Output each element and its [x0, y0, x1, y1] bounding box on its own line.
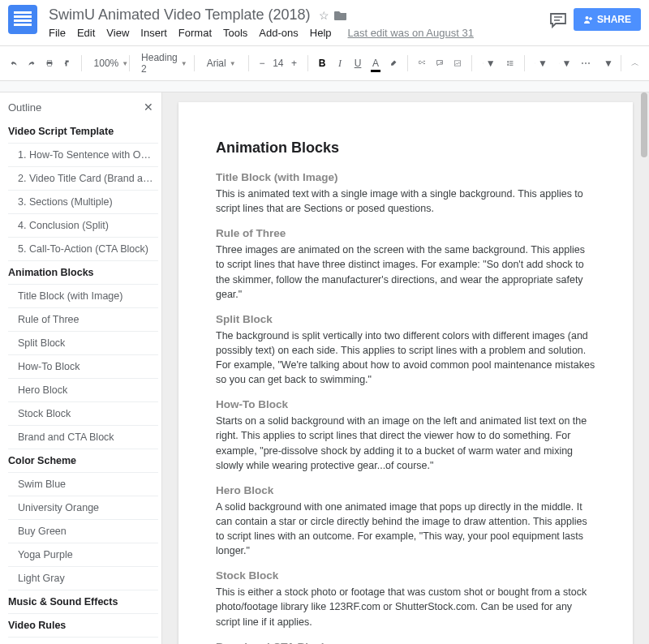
- section-heading: Stock Block: [216, 569, 595, 582]
- font-size-decrease[interactable]: −: [255, 54, 269, 72]
- toolbar: 100%▼ Heading 2▼ Arial▼ − 14 + B I U A ▼…: [0, 45, 649, 81]
- outline-item[interactable]: 2. Video Title Card (Brand and Ti...: [8, 167, 158, 191]
- section-heading: Brand and CTA Block: [216, 641, 595, 644]
- outline-panel: Outline ✕ Video Script Template1. How-To…: [0, 92, 162, 644]
- outline-item[interactable]: Brand and CTA Block: [8, 426, 158, 449]
- document-canvas[interactable]: Animation Blocks Title Block (with Image…: [162, 92, 649, 644]
- page-title: Animation Blocks: [216, 140, 595, 157]
- outline-item[interactable]: Video Script Template: [8, 120, 158, 144]
- outline-item[interactable]: Yoga Purple: [8, 543, 158, 567]
- share-button[interactable]: SHARE: [574, 8, 641, 31]
- folder-icon[interactable]: [334, 10, 347, 21]
- outline-item[interactable]: 5. Call-To-Action (CTA Block): [8, 238, 158, 261]
- italic-button[interactable]: I: [333, 54, 347, 73]
- menu-tools[interactable]: Tools: [223, 27, 247, 39]
- text-color-button[interactable]: A: [368, 54, 383, 72]
- outline-item[interactable]: Rule of Three: [8, 308, 158, 332]
- outline-title: Outline: [8, 101, 41, 114]
- menu-file[interactable]: File: [49, 27, 66, 39]
- menu-addons[interactable]: Add-ons: [259, 27, 298, 39]
- insert-link-button[interactable]: [415, 56, 430, 71]
- outline-item[interactable]: 1. How-To Sentence with Outco...: [8, 144, 158, 167]
- section-heading: How-To Block: [216, 398, 595, 410]
- line-spacing-button[interactable]: [503, 55, 518, 71]
- outline-item[interactable]: How-To Block: [8, 355, 158, 379]
- share-label: SHARE: [597, 14, 631, 25]
- font-size-input[interactable]: 14: [273, 58, 283, 69]
- underline-button[interactable]: U: [350, 54, 365, 72]
- outline-item[interactable]: Music & Sound Effects: [8, 590, 158, 614]
- outline-item[interactable]: Light Gray: [8, 567, 158, 590]
- menu-help[interactable]: Help: [310, 27, 332, 39]
- bold-button[interactable]: B: [315, 54, 329, 72]
- print-button[interactable]: [42, 54, 57, 72]
- menu-insert[interactable]: Insert: [140, 27, 167, 39]
- outline-item[interactable]: Color Scheme: [8, 449, 158, 473]
- insert-comment-button[interactable]: [432, 54, 447, 72]
- section-paragraph: The background is split vertically into …: [216, 328, 595, 388]
- menu-view[interactable]: View: [106, 27, 129, 39]
- undo-button[interactable]: [6, 55, 21, 71]
- outline-item[interactable]: 3. Sections (Multiple): [8, 191, 158, 214]
- collapse-toolbar-button[interactable]: ︿: [628, 54, 643, 72]
- bulleted-list-button[interactable]: ▼: [555, 54, 576, 72]
- section-heading: Split Block: [216, 313, 595, 325]
- docs-app-icon[interactable]: [8, 5, 37, 34]
- menu-edit[interactable]: Edit: [77, 27, 95, 39]
- section-paragraph: Three images are animated on the screen …: [216, 243, 595, 302]
- numbered-list-button[interactable]: 12▼: [531, 54, 552, 72]
- outline-item[interactable]: Animation Blocks: [8, 261, 158, 285]
- section-heading: Hero Block: [216, 484, 595, 496]
- outline-item[interactable]: Swim Blue: [8, 473, 158, 496]
- section-paragraph: This is either a stock photo or footage …: [216, 585, 595, 629]
- vertical-scrollbar[interactable]: [641, 92, 647, 644]
- font-select[interactable]: Arial▼: [201, 55, 242, 71]
- document-page[interactable]: Animation Blocks Title Block (with Image…: [178, 102, 633, 644]
- section-paragraph: Starts on a solid background with an ima…: [216, 414, 595, 473]
- redo-button[interactable]: [24, 55, 39, 71]
- zoom-select[interactable]: 100%▼: [88, 55, 122, 71]
- more-tools-button[interactable]: ⋯: [578, 54, 593, 72]
- outline-item[interactable]: 4. Conclusion (Split): [8, 214, 158, 238]
- outline-item[interactable]: Title Block (with Image): [8, 285, 158, 308]
- document-title[interactable]: SwimU Animated Video Template (2018): [45, 5, 314, 25]
- close-outline-button[interactable]: ✕: [144, 101, 153, 114]
- last-edit-link[interactable]: Last edit was on August 31: [348, 27, 474, 39]
- svg-rect-3: [48, 61, 52, 62]
- svg-rect-5: [48, 64, 52, 67]
- editing-mode-button[interactable]: ▼: [600, 54, 614, 72]
- svg-point-2: [585, 16, 588, 19]
- comments-icon[interactable]: [549, 12, 565, 27]
- outline-item[interactable]: Buy Green: [8, 520, 158, 543]
- outline-item[interactable]: Video Rules: [8, 614, 158, 638]
- horizontal-ruler[interactable]: [0, 81, 649, 92]
- section-heading: Rule of Three: [216, 227, 595, 239]
- app-header: SwimU Animated Video Template (2018) ☆ F…: [0, 0, 649, 41]
- insert-image-button[interactable]: [450, 55, 465, 71]
- menu-bar: File Edit View Insert Format Tools Add-o…: [45, 25, 549, 41]
- outline-item[interactable]: University Orange: [8, 496, 158, 520]
- paragraph-style-select[interactable]: Heading 2▼: [135, 49, 187, 77]
- star-icon[interactable]: ☆: [319, 9, 329, 22]
- section-heading: Title Block (with Image): [216, 171, 595, 183]
- outline-item[interactable]: Hero Block: [8, 379, 158, 402]
- section-paragraph: This is animated text with a single imag…: [216, 187, 595, 216]
- outline-item[interactable]: Split Block: [8, 332, 158, 355]
- align-button[interactable]: ▼: [479, 54, 500, 72]
- menu-format[interactable]: Format: [178, 27, 212, 39]
- section-paragraph: A solid background with one animated ima…: [216, 500, 595, 559]
- highlight-button[interactable]: [386, 54, 401, 72]
- outline-item[interactable]: Stock Block: [8, 402, 158, 426]
- person-add-icon: [583, 15, 593, 24]
- paint-format-button[interactable]: [60, 54, 75, 72]
- font-size-increase[interactable]: +: [286, 54, 301, 72]
